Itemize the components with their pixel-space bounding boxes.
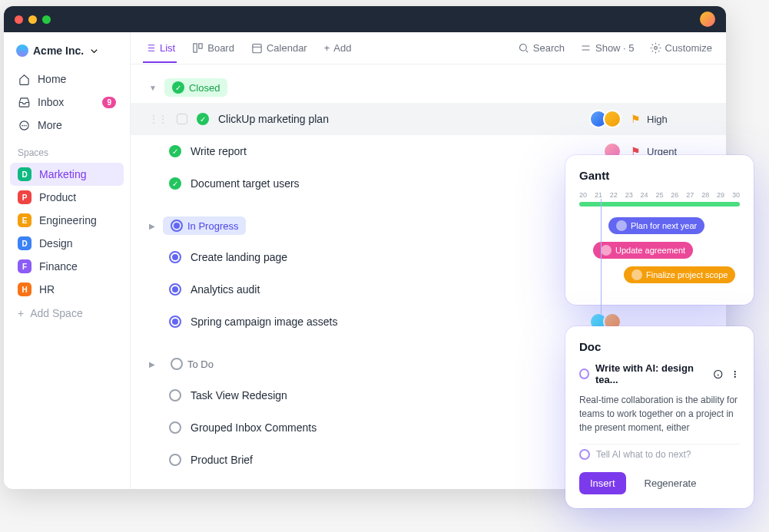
calendar-icon [251, 42, 263, 54]
regenerate-button[interactable]: Regenerate [634, 472, 708, 494]
svg-rect-10 [194, 44, 197, 52]
check-icon: ✓ [172, 81, 184, 94]
svg-point-22 [734, 371, 735, 372]
drag-handle-icon[interactable]: ⋮⋮ [149, 114, 167, 124]
sidebar-item-design[interactable]: DDesign [10, 232, 124, 255]
task-title: Write report [191, 145, 598, 157]
sidebar-item-finance[interactable]: FFinance [10, 255, 124, 278]
status-icon[interactable] [169, 454, 181, 466]
svg-point-3 [25, 125, 26, 126]
nav-label: Home [38, 73, 66, 85]
avatar[interactable] [603, 110, 621, 128]
status-icon[interactable]: ✓ [197, 113, 209, 125]
svg-point-18 [654, 47, 657, 50]
status-icon[interactable] [169, 283, 181, 296]
gantt-bar[interactable]: Finalize project scope [624, 266, 735, 283]
space-label: Design [39, 237, 73, 249]
plus-icon: + [18, 307, 24, 319]
window-controls[interactable] [15, 15, 51, 24]
titlebar [4, 6, 726, 32]
gantt-panel: Gantt 2021222324252627282930 Plan for ne… [565, 155, 754, 305]
more-icon[interactable] [730, 368, 741, 380]
board-icon [192, 42, 204, 54]
space-icon: D [18, 167, 31, 181]
status-icon[interactable] [169, 251, 181, 263]
space-label: Finance [39, 260, 78, 273]
more-icon [18, 119, 30, 131]
space-icon: E [18, 213, 31, 227]
chevron-down-icon[interactable]: ▼ [149, 84, 157, 92]
minimize-icon[interactable] [28, 15, 37, 24]
sidebar: Acme Inc. Home Inbox 9 More Spaces DMark… [4, 32, 131, 489]
gantt-bar[interactable]: Plan for next year [608, 217, 704, 234]
group-header-closed[interactable]: ▼ ✓Closed [131, 72, 726, 103]
home-icon [18, 73, 30, 85]
tab-board[interactable]: Board [191, 35, 236, 61]
checkbox[interactable] [177, 114, 187, 124]
status-icon[interactable]: ✓ [169, 145, 181, 157]
task-row[interactable]: ⋮⋮✓ClickUp marketing plan⚑High [131, 103, 726, 135]
tab-list[interactable]: List [143, 35, 177, 63]
ai-icon [579, 449, 590, 460]
doc-prompt-input[interactable]: Tell AI what to do next? [579, 444, 740, 464]
status-icon[interactable]: ✓ [169, 177, 181, 190]
settings-icon [580, 42, 592, 54]
doc-body: Real-time collaboration is the ability f… [579, 393, 740, 435]
doc-panel: Doc Write with AI: design tea... Real-ti… [565, 326, 754, 508]
priority[interactable]: ⚑High [631, 113, 708, 125]
todo-icon [171, 358, 183, 370]
close-icon[interactable] [15, 15, 23, 24]
avatar[interactable] [700, 12, 715, 27]
sidebar-item-product[interactable]: PProduct [10, 186, 124, 209]
chevron-right-icon[interactable]: ▶ [149, 222, 155, 230]
maximize-icon[interactable] [42, 15, 51, 24]
status-icon[interactable] [169, 421, 181, 434]
status-icon[interactable] [169, 389, 181, 401]
space-icon: D [18, 236, 31, 250]
spaces-heading: Spaces [10, 137, 124, 163]
ai-icon [579, 368, 589, 379]
status-icon[interactable] [169, 316, 181, 328]
svg-point-23 [734, 373, 735, 374]
tab-calendar[interactable]: Calendar [250, 35, 309, 61]
info-icon[interactable] [713, 368, 724, 380]
svg-rect-12 [253, 45, 261, 53]
add-space-label: Add Space [30, 307, 83, 319]
add-view-button[interactable]: +Add [323, 35, 353, 61]
doc-ai-header[interactable]: Write with AI: design tea... [579, 362, 740, 385]
space-label: HR [39, 283, 55, 296]
space-icon: H [18, 283, 31, 296]
show-button[interactable]: Show · 5 [578, 35, 636, 61]
nav-home[interactable]: Home [10, 68, 124, 91]
workspace-switcher[interactable]: Acme Inc. [10, 40, 124, 68]
task-title: Task View Redesign [191, 389, 598, 401]
chevron-right-icon[interactable]: ▶ [149, 360, 155, 368]
nav-label: More [38, 119, 62, 131]
progress-icon [171, 220, 183, 232]
add-space-button[interactable]: + Add Space [10, 301, 124, 325]
sidebar-item-engineering[interactable]: EEngineering [10, 209, 124, 232]
avatar [616, 220, 627, 231]
avatar [631, 269, 642, 280]
customize-button[interactable]: Customize [648, 35, 714, 61]
workspace-name: Acme Inc. [33, 45, 84, 57]
insert-button[interactable]: Insert [579, 472, 626, 494]
task-title: Spring campaign image assets [191, 316, 585, 328]
gantt-timeline: 2021222324252627282930 [579, 191, 740, 199]
svg-line-15 [525, 51, 528, 53]
gear-icon [650, 42, 661, 54]
search-button[interactable]: Search [516, 35, 566, 61]
task-title: Analytics audit [191, 283, 585, 296]
sidebar-item-hr[interactable]: HHR [10, 278, 124, 301]
task-title: Product Brief [191, 454, 598, 466]
sidebar-item-marketing[interactable]: DMarketing [10, 163, 124, 186]
assignees[interactable] [594, 110, 621, 128]
nav-inbox[interactable]: Inbox 9 [10, 91, 124, 114]
task-title: ClickUp marketing plan [218, 113, 585, 125]
gantt-track [579, 202, 740, 207]
list-icon [144, 42, 156, 54]
plus-icon: + [324, 42, 330, 54]
nav-more[interactable]: More [10, 114, 124, 137]
inbox-icon [18, 96, 30, 108]
gantt-bar[interactable]: Update agreement [593, 242, 693, 259]
